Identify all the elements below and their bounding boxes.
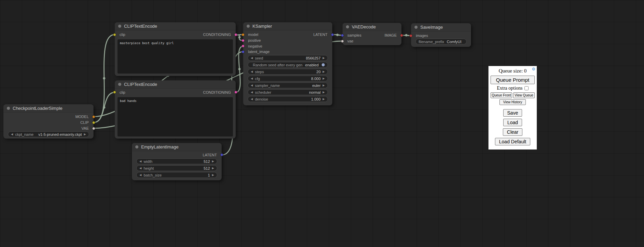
decrement-arrow-icon[interactable]: ◀ <box>251 77 253 80</box>
widget-height[interactable]: ◀ height 512 ▶ <box>136 165 217 171</box>
port-model-output[interactable] <box>92 115 95 118</box>
port-image-output[interactable] <box>400 34 403 37</box>
decrement-arrow-icon[interactable]: ◀ <box>251 98 253 101</box>
port-clip-input[interactable] <box>113 91 116 94</box>
node-collapse-dot[interactable] <box>7 107 10 110</box>
node-clip-text-encode-positive[interactable]: CLIPTextEncode clip CONDITIONING masterp… <box>115 22 236 76</box>
decrement-arrow-icon[interactable]: ◀ <box>139 160 141 163</box>
prev-value-arrow-icon[interactable]: ◀ <box>251 91 253 94</box>
port-clip-input[interactable] <box>113 33 116 36</box>
widget-cfg[interactable]: ◀ cfg 8.000 ▶ <box>248 76 328 81</box>
node-clip-text-encode-negative[interactable]: CLIPTextEncode clip CONDITIONING bad han… <box>115 80 236 139</box>
widget-filename-prefix[interactable]: filename_prefix ComfyUI <box>416 39 467 44</box>
widget-value: 512 <box>203 166 210 170</box>
load-default-button[interactable]: Load Default <box>495 138 530 145</box>
port-conditioning-output[interactable] <box>234 91 237 94</box>
prev-value-arrow-icon[interactable]: ◀ <box>251 84 253 87</box>
node-collapse-dot[interactable] <box>118 83 121 86</box>
queue-front-button[interactable]: Queue Front <box>491 92 512 98</box>
port-clip-output[interactable] <box>92 121 95 124</box>
graph-canvas[interactable]: CheckpointLoaderSimple MODEL CLIP VAE ◀ … <box>0 0 644 247</box>
widget-value: ComfyUI <box>447 40 461 44</box>
port-negative-input[interactable] <box>242 44 245 48</box>
negative-prompt-textarea[interactable]: bad hands <box>117 97 233 136</box>
decrement-arrow-icon[interactable]: ◀ <box>251 57 253 60</box>
node-collapse-dot[interactable] <box>346 25 349 28</box>
increment-arrow-icon[interactable]: ▶ <box>323 57 325 60</box>
node-title-bar[interactable]: CLIPTextEncode <box>115 22 236 30</box>
widget-width[interactable]: ◀ width 512 ▶ <box>136 158 217 164</box>
next-value-arrow-icon[interactable]: ▶ <box>84 133 86 136</box>
decrement-arrow-icon[interactable]: ◀ <box>139 167 141 170</box>
increment-arrow-icon[interactable]: ▶ <box>323 70 325 73</box>
node-collapse-dot[interactable] <box>414 26 418 29</box>
widget-denoise[interactable]: ◀ denoise 1.000 ▶ <box>248 96 328 102</box>
prev-value-arrow-icon[interactable]: ◀ <box>11 133 13 136</box>
widget-seed[interactable]: ◀ seed 8566257 ▶ <box>248 55 328 61</box>
node-empty-latent-image[interactable]: EmptyLatentImage LATENT ◀ width 512 ▶ ◀ … <box>132 143 222 180</box>
node-collapse-dot[interactable] <box>135 145 138 148</box>
extra-options-label: Extra options <box>497 86 522 91</box>
node-title-bar[interactable]: VAEDecode <box>343 23 401 31</box>
port-positive-input[interactable] <box>242 39 245 42</box>
save-button[interactable]: Save <box>503 109 522 117</box>
extra-options-checkbox[interactable] <box>524 86 529 90</box>
slot-label-image-output: IMAGE <box>385 33 397 38</box>
port-model-input[interactable] <box>242 33 245 36</box>
port-vae-input[interactable] <box>341 40 344 43</box>
increment-arrow-icon[interactable]: ▶ <box>212 174 214 177</box>
menu-panel[interactable]: ⚙ Queue size: 0 Queue Prompt Extra optio… <box>488 66 537 150</box>
next-value-arrow-icon[interactable]: ▶ <box>323 91 325 94</box>
queue-prompt-button[interactable]: Queue Prompt <box>491 76 535 84</box>
increment-arrow-icon[interactable]: ▶ <box>323 77 325 80</box>
increment-arrow-icon[interactable]: ▶ <box>212 160 214 163</box>
node-collapse-dot[interactable] <box>247 25 250 28</box>
widget-ckpt-name[interactable]: ◀ ckpt_name v1-5-pruned-emaonly.ckpt ▶ <box>8 131 89 137</box>
decrement-arrow-icon[interactable]: ◀ <box>251 70 253 73</box>
widget-scheduler[interactable]: ◀ scheduler normal ▶ <box>248 89 328 95</box>
slot-label-conditioning-output: CONDITIONING <box>203 90 231 95</box>
widget-label: batch_size <box>144 173 162 177</box>
port-images-input[interactable] <box>409 34 412 37</box>
port-latent-image-input[interactable] <box>242 50 245 53</box>
widget-batch-size[interactable]: ◀ batch_size 1 ▶ <box>136 172 217 178</box>
widget-steps[interactable]: ◀ steps 20 ▶ <box>248 69 328 75</box>
slot-label-images-input: images <box>416 33 428 38</box>
port-latent-output[interactable] <box>220 153 223 156</box>
node-save-image[interactable]: SaveImage images filename_prefix ComfyUI <box>411 23 471 47</box>
node-title-bar[interactable]: CLIPTextEncode <box>115 80 236 89</box>
increment-arrow-icon[interactable]: ▶ <box>323 98 325 101</box>
view-queue-button[interactable]: View Queue <box>513 92 535 98</box>
widget-random-seed-toggle[interactable]: Random seed after every gen enabled <box>248 62 328 68</box>
slot-label-conditioning-output: CONDITIONING <box>203 32 231 37</box>
widget-value: 512 <box>203 159 210 164</box>
port-conditioning-output[interactable] <box>234 33 237 36</box>
port-vae-output[interactable] <box>92 127 95 130</box>
node-collapse-dot[interactable] <box>118 25 121 28</box>
view-history-button[interactable]: View History <box>499 99 526 105</box>
decrement-arrow-icon[interactable]: ◀ <box>139 174 141 177</box>
settings-gear-icon[interactable]: ⚙ <box>532 67 535 71</box>
node-vae-decode[interactable]: VAEDecode samples vae IMAGE <box>343 23 401 45</box>
node-checkpoint-loader-simple[interactable]: CheckpointLoaderSimple MODEL CLIP VAE ◀ … <box>3 104 94 139</box>
port-latent-output[interactable] <box>331 33 334 36</box>
increment-arrow-icon[interactable]: ▶ <box>212 167 214 170</box>
node-title-bar[interactable]: CheckpointLoaderSimple <box>3 104 94 113</box>
widget-label: Random seed after every gen <box>251 63 302 67</box>
widget-sampler-name[interactable]: ◀ sampler_name euler ▶ <box>248 82 328 88</box>
positive-prompt-textarea[interactable]: masterpiece best quality girl <box>117 39 233 74</box>
node-title: CheckpointLoaderSimple <box>13 106 62 111</box>
clear-button[interactable]: Clear <box>503 128 522 136</box>
node-title-bar[interactable]: SaveImage <box>411 23 471 31</box>
widget-value: enabled <box>305 63 319 67</box>
node-title-bar[interactable]: KSampler <box>243 22 332 30</box>
toggle-indicator[interactable] <box>322 63 325 66</box>
widget-value: 1 <box>208 173 210 177</box>
slot-label-latent-output: LATENT <box>203 153 217 157</box>
next-value-arrow-icon[interactable]: ▶ <box>323 84 325 87</box>
extra-options-row: Extra options <box>497 86 528 91</box>
port-samples-input[interactable] <box>341 34 344 37</box>
node-ksampler[interactable]: KSampler model positive negative latent_… <box>243 22 332 105</box>
node-title-bar[interactable]: EmptyLatentImage <box>132 143 222 151</box>
load-button[interactable]: Load <box>503 119 522 126</box>
